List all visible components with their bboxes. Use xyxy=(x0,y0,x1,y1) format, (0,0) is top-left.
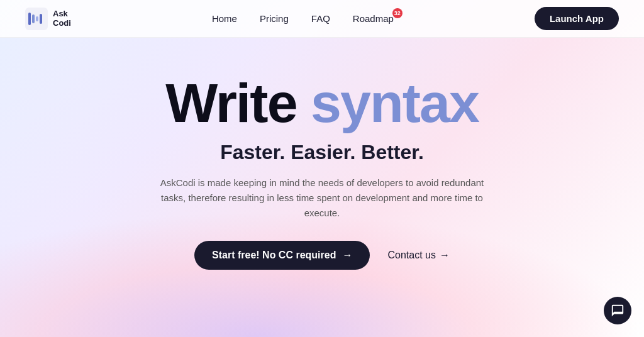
start-free-button[interactable]: Start free! No CC required → xyxy=(194,241,370,270)
logo-ask: Ask xyxy=(53,9,71,18)
headline-write: Write xyxy=(165,72,311,134)
chat-widget-button[interactable] xyxy=(604,297,631,324)
start-free-arrow: → xyxy=(342,250,352,261)
start-free-label: Start free! No CC required xyxy=(212,250,336,261)
headline-syntax: syntax xyxy=(311,72,479,134)
nav-link-pricing[interactable]: Pricing xyxy=(260,13,289,24)
hero-subheadline: Faster. Easier. Better. xyxy=(220,141,424,164)
hero-section: Write syntax Faster. Easier. Better. Ask… xyxy=(0,38,644,270)
svg-rect-2 xyxy=(32,14,35,23)
nav-item-pricing[interactable]: Pricing xyxy=(260,13,289,25)
nav-item-roadmap[interactable]: Roadmap 32 xyxy=(353,13,394,25)
hero-actions: Start free! No CC required → Contact us … xyxy=(194,241,450,270)
svg-rect-3 xyxy=(36,16,38,21)
hero-headline: Write syntax xyxy=(165,75,479,131)
nav-links: Home Pricing FAQ Roadmap 32 xyxy=(212,13,394,25)
nav-item-faq[interactable]: FAQ xyxy=(311,13,330,25)
contact-us-arrow: → xyxy=(440,250,450,261)
logo-link[interactable]: Ask Codi xyxy=(25,8,71,30)
launch-app-button[interactable]: Launch App xyxy=(535,7,619,30)
contact-us-label: Contact us xyxy=(387,250,435,261)
nav-link-home[interactable]: Home xyxy=(212,13,237,24)
chat-icon xyxy=(611,304,625,318)
roadmap-badge: 32 xyxy=(392,8,402,18)
logo-codi: Codi xyxy=(53,19,71,28)
hero-description: AskCodi is made keeping in mind the need… xyxy=(158,175,486,221)
nav-item-home[interactable]: Home xyxy=(212,13,237,25)
nav-link-faq[interactable]: FAQ xyxy=(311,13,330,24)
svg-rect-1 xyxy=(28,13,31,25)
svg-rect-4 xyxy=(40,14,42,24)
nav-link-roadmap[interactable]: Roadmap xyxy=(353,13,394,24)
contact-us-link[interactable]: Contact us → xyxy=(387,250,449,261)
logo-text: Ask Codi xyxy=(53,9,71,28)
logo-icon xyxy=(25,8,48,30)
navbar: Ask Codi Home Pricing FAQ Roadmap 32 Lau… xyxy=(0,0,644,38)
